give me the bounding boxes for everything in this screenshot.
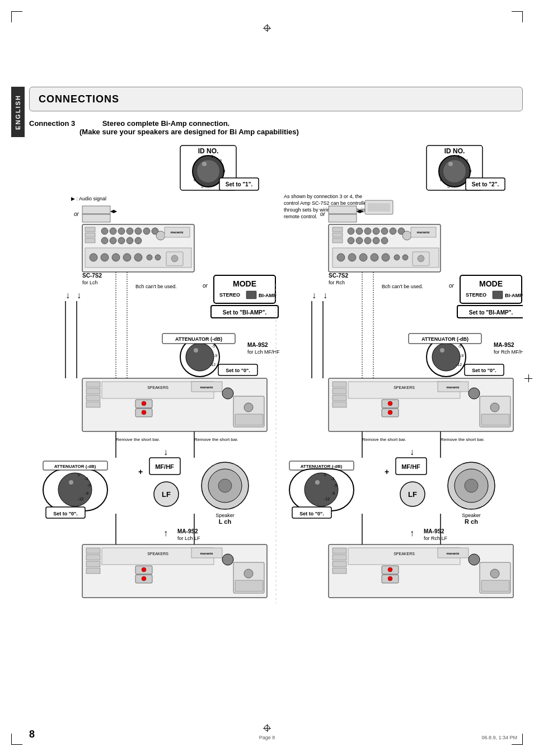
svg-point-229	[388, 401, 392, 406]
svg-point-234	[469, 388, 480, 399]
svg-rect-164	[332, 227, 343, 232]
svg-point-168	[356, 228, 363, 234]
svg-text:SC-7S2: SC-7S2	[82, 273, 102, 279]
svg-text:1: 1	[211, 154, 214, 159]
svg-point-178	[381, 237, 388, 244]
svg-text:L ch: L ch	[219, 518, 232, 525]
svg-point-174	[348, 237, 354, 244]
svg-text:-12: -12	[456, 363, 462, 367]
svg-rect-125	[86, 555, 100, 560]
connections-title: CONNECTIONS	[39, 93, 119, 105]
svg-rect-15	[82, 206, 110, 214]
svg-rect-271	[332, 561, 346, 567]
svg-text:MF/HF: MF/HF	[155, 463, 174, 470]
svg-point-24	[118, 228, 125, 234]
svg-text:▶ : Audio signal: ▶ : Audio signal	[71, 196, 106, 201]
svg-text:ATTENUATOR (-dB): ATTENUATOR (-dB)	[421, 336, 469, 342]
svg-text:5: 5	[447, 184, 450, 189]
svg-rect-224	[332, 395, 346, 401]
svg-text:-9: -9	[331, 491, 335, 495]
svg-text:◀▶: ◀▶	[357, 209, 364, 214]
svg-text:or: or	[320, 211, 326, 217]
svg-point-188	[371, 253, 378, 261]
svg-text:BI-AMP: BI-AMP	[505, 293, 523, 298]
svg-point-22	[101, 228, 108, 234]
svg-text:Speaker: Speaker	[216, 513, 235, 518]
svg-rect-20	[85, 233, 95, 237]
svg-rect-19	[85, 227, 95, 232]
svg-text:for Lch MF/HF: for Lch MF/HF	[247, 349, 280, 355]
svg-text:Bch can't be used.: Bch can't be used.	[135, 284, 177, 289]
svg-point-44	[134, 253, 142, 261]
svg-point-46	[155, 255, 161, 260]
svg-text:Set to "0".: Set to "0".	[53, 511, 78, 516]
svg-text:for Lch: for Lch	[82, 280, 98, 285]
svg-point-144	[448, 162, 453, 166]
svg-point-27	[143, 228, 150, 234]
svg-text:LF: LF	[408, 490, 417, 499]
svg-text:or: or	[203, 283, 208, 289]
corner-mark-bl	[11, 734, 22, 745]
svg-text:ATTENUATOR (-dB): ATTENUATOR (-dB)	[54, 464, 96, 469]
svg-point-176	[364, 237, 371, 244]
main-diagram: ID NO. 1 2 3 4 5 6 Set to "1". ▶ : Audio…	[29, 144, 523, 738]
svg-text:STEREO: STEREO	[219, 292, 240, 298]
svg-rect-270	[332, 555, 346, 560]
svg-text:3: 3	[223, 168, 226, 173]
svg-point-102	[69, 480, 73, 485]
svg-text:2: 2	[219, 158, 222, 163]
svg-point-187	[359, 253, 367, 261]
svg-point-136	[222, 554, 233, 565]
svg-text:marantz: marantz	[170, 231, 183, 234]
svg-text:Remove the short bar.: Remove the short bar.	[441, 437, 485, 442]
svg-text:↑: ↑	[410, 528, 414, 538]
svg-text:Speaker: Speaker	[462, 513, 481, 518]
svg-text:↓: ↓	[65, 290, 70, 300]
svg-point-40	[90, 253, 97, 261]
svg-text:SPEAKERS: SPEAKERS	[147, 386, 168, 389]
svg-text:SPEAKERS: SPEAKERS	[147, 552, 168, 556]
svg-point-231	[388, 410, 392, 415]
svg-rect-237	[481, 414, 509, 425]
svg-rect-92	[235, 414, 263, 425]
svg-text:ATTENUATOR (-dB): ATTENUATOR (-dB)	[175, 336, 222, 342]
svg-text:-5: -5	[87, 483, 91, 487]
svg-text:Set to "0".: Set to "0".	[472, 368, 496, 373]
svg-rect-16	[82, 214, 110, 222]
svg-text:control Amp SC-7S2 can be cont: control Amp SC-7S2 can be controlled	[284, 200, 369, 206]
svg-point-25	[127, 228, 133, 234]
svg-rect-21	[85, 238, 95, 243]
svg-text:Set to "2".: Set to "2".	[472, 181, 499, 187]
svg-point-84	[142, 401, 146, 406]
svg-rect-165	[332, 233, 343, 237]
svg-text:marantz: marantz	[416, 231, 429, 234]
svg-text:-12: -12	[78, 497, 83, 501]
svg-point-143	[443, 160, 466, 182]
connection3-title: Stereo complete Bi-Amp connection.	[102, 119, 230, 128]
svg-text:↓: ↓	[163, 447, 168, 457]
svg-point-186	[348, 253, 356, 261]
svg-rect-201	[493, 291, 503, 299]
svg-point-48	[171, 255, 178, 262]
svg-text:-5: -5	[458, 344, 461, 348]
svg-point-276	[388, 567, 392, 572]
svg-rect-161	[329, 214, 357, 222]
svg-text:↓: ↓	[410, 447, 414, 457]
svg-text:-9: -9	[85, 491, 88, 495]
svg-rect-160	[329, 206, 357, 214]
svg-text:◀▶: ◀▶	[110, 209, 118, 214]
svg-text:Remove the short bar.: Remove the short bar.	[194, 437, 238, 442]
svg-text:Remove the short bar.: Remove the short bar.	[116, 437, 160, 442]
svg-text:marantz: marantz	[200, 552, 213, 555]
svg-text:R ch: R ch	[465, 518, 478, 525]
svg-point-3	[197, 160, 219, 182]
connection3-header: Connection 3 Stereo complete Bi-Amp conn…	[29, 119, 523, 136]
svg-rect-126	[86, 561, 100, 567]
svg-text:Set to "0".: Set to "0".	[226, 368, 250, 373]
svg-text:-9: -9	[460, 354, 463, 358]
svg-rect-79	[86, 395, 100, 401]
svg-text:Set to "BI-AMP".: Set to "BI-AMP".	[469, 309, 513, 316]
footer-page-label: Page 8	[259, 735, 275, 740]
svg-point-283	[490, 569, 499, 578]
svg-point-43	[123, 253, 131, 261]
